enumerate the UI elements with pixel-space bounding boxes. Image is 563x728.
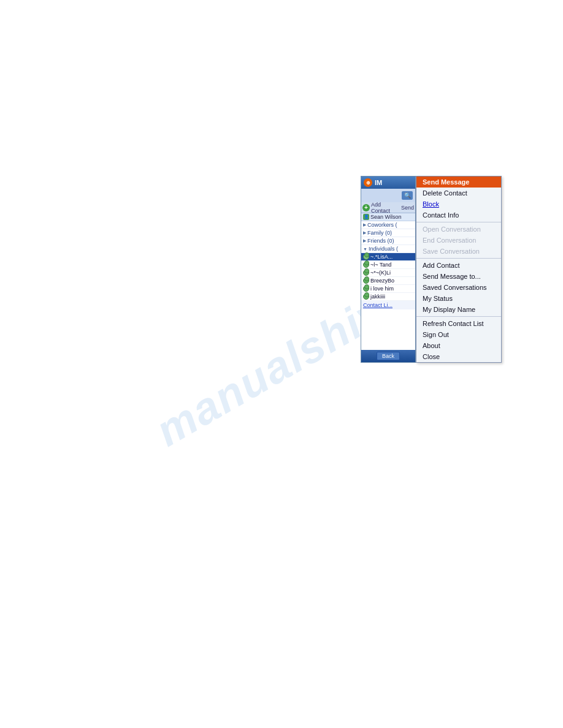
im-title: IM	[375, 179, 382, 186]
logged-in-user: 👤 Sean Wilson	[361, 213, 415, 221]
contact-lisa[interactable]: ~.*LisA...	[361, 253, 415, 261]
menu-send-message[interactable]: Send Message	[416, 176, 501, 188]
im-titlebar: ⊕ IM	[361, 176, 415, 189]
person-icon	[363, 286, 369, 292]
menu-save-conversation: Save Conversation	[416, 246, 501, 257]
menu-block[interactable]: Block	[416, 199, 501, 210]
im-bottom-bar: Back	[361, 350, 415, 362]
contact-breezybo[interactable]: BreezyBo	[361, 277, 415, 285]
group-individuals[interactable]: ▼ Individuals (	[361, 245, 415, 253]
context-menu: Send Message Delete Contact Block Contac…	[416, 176, 502, 363]
menu-open-conversation: Open Conversation	[416, 224, 501, 235]
menu-end-conversation: End Conversation	[416, 235, 501, 246]
search-icon[interactable]: 🔍	[402, 191, 413, 200]
user-icon: 👤	[363, 214, 369, 220]
menu-send-message-to[interactable]: Send Message to...	[416, 271, 501, 282]
person-icon	[363, 278, 369, 284]
im-panel: ⊕ IM 🔍 + Add Contact Send 👤 Sean Wilson …	[361, 176, 416, 363]
chevron-icon: ▶	[363, 222, 366, 227]
group-friends[interactable]: ▶ Friends (0)	[361, 237, 415, 245]
person-icon	[363, 294, 369, 300]
back-button[interactable]: Back	[377, 352, 400, 360]
menu-my-display-name[interactable]: My Display Name	[416, 304, 501, 315]
ui-container: ⊕ IM 🔍 + Add Contact Send 👤 Sean Wilson …	[361, 176, 502, 363]
menu-sign-out[interactable]: Sign Out	[416, 329, 501, 340]
menu-contact-info[interactable]: Contact Info	[416, 210, 501, 221]
person-icon	[363, 262, 369, 268]
menu-divider-3	[416, 316, 501, 317]
im-toolbar: + Add Contact Send	[361, 202, 415, 213]
chevron-icon: ▶	[363, 230, 366, 235]
add-contact-icon[interactable]: +	[362, 204, 370, 211]
person-icon	[363, 270, 369, 276]
group-coworkers[interactable]: ▶ Coworkers (	[361, 221, 415, 229]
menu-delete-contact[interactable]: Delete Contact	[416, 188, 501, 199]
menu-close[interactable]: Close	[416, 351, 501, 362]
im-logo-icon: ⊕	[364, 178, 372, 187]
chevron-icon: ▶	[363, 238, 366, 243]
contact-list-link[interactable]: Contact Li...	[361, 301, 415, 309]
menu-my-status[interactable]: My Status	[416, 293, 501, 304]
group-family[interactable]: ▶ Family (0)	[361, 229, 415, 237]
menu-divider-1	[416, 222, 501, 222]
add-contact-label: Add Contact	[371, 202, 399, 214]
contact-jakkiiii[interactable]: jakkiiii	[361, 293, 415, 301]
menu-saved-conversations[interactable]: Saved Conversations	[416, 282, 501, 293]
contact-kli[interactable]: ~*~(K)Li	[361, 269, 415, 277]
contact-tand[interactable]: ~l~ Tand	[361, 261, 415, 269]
im-contact-list: 👤 Sean Wilson ▶ Coworkers ( ▶ Family (0)…	[361, 213, 415, 350]
menu-divider-2	[416, 258, 501, 259]
menu-add-contact[interactable]: Add Contact	[416, 260, 501, 271]
menu-refresh-contact-list[interactable]: Refresh Contact List	[416, 318, 501, 329]
send-label: Send	[401, 205, 414, 211]
contact-ilovehim[interactable]: i love him	[361, 285, 415, 293]
im-search-bar: 🔍	[361, 189, 415, 202]
chevron-icon: ▼	[363, 247, 367, 251]
person-icon	[363, 254, 369, 260]
menu-about[interactable]: About	[416, 340, 501, 351]
